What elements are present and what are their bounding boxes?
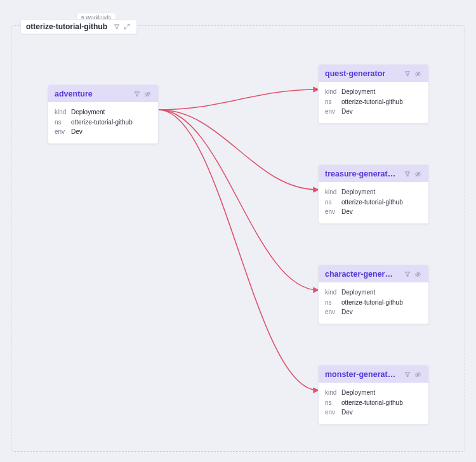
field-value: otterize-tutorial-github (341, 97, 403, 107)
node-header: monster-generat… (319, 366, 428, 383)
field-key: env (325, 407, 341, 418)
filter-icon[interactable] (403, 370, 412, 379)
field-key: kind (325, 87, 341, 97)
node-treasure-generator[interactable]: treasure-generat…kindDeploymentnsotteriz… (318, 164, 429, 224)
field-key: env (325, 207, 341, 217)
node-header: adventure (48, 85, 158, 102)
node-body: kindDeploymentnsotterize-tutorial-github… (319, 82, 428, 123)
field-key: env (325, 307, 341, 317)
field-key: kind (325, 187, 341, 197)
node-field-row: envDev (55, 127, 152, 137)
node-quest-generator[interactable]: quest-generatorkindDeploymentnsotterize-… (318, 64, 429, 124)
filter-icon[interactable] (403, 169, 412, 178)
node-body: kindDeploymentnsotterize-tutorial-github… (319, 282, 428, 324)
field-value: Deployment (341, 87, 375, 97)
node-field-row: kindDeployment (325, 87, 422, 97)
field-key: env (55, 127, 71, 137)
field-key: env (325, 107, 341, 117)
node-monster-generator[interactable]: monster-generat…kindDeploymentnsotterize… (318, 365, 429, 425)
node-field-row: nsotterize-tutorial-github (325, 398, 422, 408)
field-value: Dev (341, 207, 353, 217)
node-adventure[interactable]: adventurekindDeploymentnsotterize-tutori… (48, 84, 159, 144)
node-field-row: kindDeployment (55, 107, 152, 117)
field-value: otterize-tutorial-github (341, 298, 403, 308)
field-value: otterize-tutorial-github (341, 197, 403, 208)
filter-icon[interactable] (133, 89, 142, 98)
hide-icon[interactable] (413, 370, 422, 379)
hide-icon[interactable] (413, 270, 422, 279)
node-field-row: kindDeployment (325, 187, 422, 197)
hide-icon[interactable] (413, 169, 422, 178)
field-value: Deployment (71, 107, 105, 117)
filter-icon[interactable] (403, 69, 412, 78)
field-value: Deployment (341, 287, 375, 298)
field-key: kind (55, 107, 71, 117)
node-header: treasure-generat… (319, 165, 428, 182)
node-body: kindDeploymentnsotterize-tutorial-github… (319, 383, 428, 424)
namespace-label: otterize-tutorial-github (26, 22, 107, 31)
field-value: Deployment (341, 187, 375, 197)
field-key: kind (325, 388, 341, 398)
node-field-row: nsotterize-tutorial-github (325, 97, 422, 107)
field-key: kind (325, 287, 341, 298)
node-field-row: envDev (325, 407, 422, 418)
node-field-row: envDev (325, 307, 422, 317)
node-title: adventure (55, 89, 131, 98)
node-field-row: nsotterize-tutorial-github (55, 117, 152, 128)
node-field-row: nsotterize-tutorial-github (325, 197, 422, 208)
node-field-row: envDev (325, 107, 422, 117)
field-key: ns (55, 117, 71, 128)
field-key: ns (325, 398, 341, 408)
node-title: character-gener… (325, 270, 402, 279)
node-title: treasure-generat… (325, 169, 402, 178)
node-title: monster-generat… (325, 370, 402, 379)
field-key: ns (325, 197, 341, 208)
field-key: ns (325, 298, 341, 308)
hide-icon[interactable] (143, 89, 152, 98)
field-key: ns (325, 97, 341, 107)
node-header: quest-generator (319, 65, 428, 82)
node-field-row: nsotterize-tutorial-github (325, 298, 422, 308)
field-value: Dev (71, 127, 83, 137)
node-body: kindDeploymentnsotterize-tutorial-github… (48, 102, 158, 143)
field-value: otterize-tutorial-github (341, 398, 403, 408)
filter-icon[interactable] (403, 270, 412, 279)
node-field-row: kindDeployment (325, 287, 422, 298)
node-body: kindDeploymentnsotterize-tutorial-github… (319, 182, 428, 223)
field-value: Dev (341, 307, 353, 317)
collapse-icon[interactable] (122, 22, 131, 31)
hide-icon[interactable] (413, 69, 422, 78)
node-header: character-gener… (319, 265, 428, 282)
node-character-generator[interactable]: character-gener…kindDeploymentnsotterize… (318, 265, 429, 324)
field-value: Dev (341, 407, 353, 418)
node-field-row: kindDeployment (325, 388, 422, 398)
node-field-row: envDev (325, 207, 422, 217)
field-value: otterize-tutorial-github (71, 117, 133, 128)
node-title: quest-generator (325, 69, 402, 78)
field-value: Deployment (341, 388, 375, 398)
filter-icon[interactable] (112, 22, 121, 31)
field-value: Dev (341, 107, 353, 117)
namespace-pill[interactable]: otterize-tutorial-github (20, 19, 137, 34)
